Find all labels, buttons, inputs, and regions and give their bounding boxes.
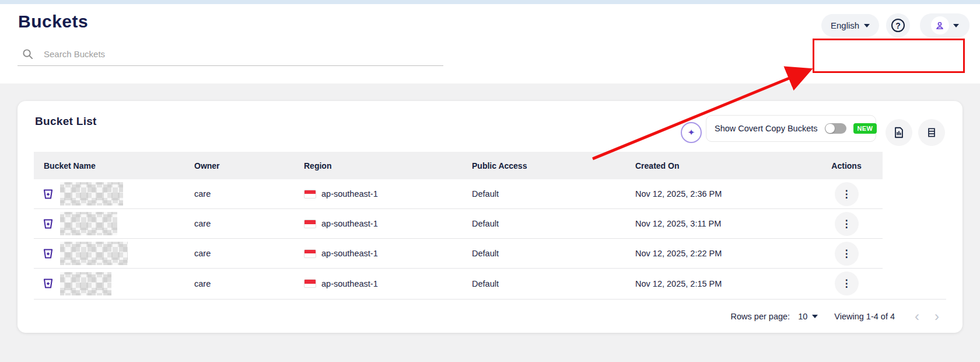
table-row[interactable]: care ap-southeast-1 Default Nov 12, 2025… [34,239,883,269]
covert-copy-toggle[interactable] [825,123,846,134]
card-title: Bucket List [35,115,97,128]
viewing-range-text: Viewing 1-4 of 4 [834,312,895,321]
table-row[interactable]: care ap-southeast-1 Default Nov 12, 2025… [34,179,883,209]
rows-per-page: Rows per page: 10 [731,312,818,321]
row-actions-menu-button[interactable]: ⋮ [835,212,859,236]
row-actions-menu-button[interactable]: ⋮ [835,242,859,266]
search-input[interactable] [44,49,443,59]
covert-copy-toggle-group: Show Covert Copy Buckets NEW [706,115,876,142]
list-view-icon [926,127,937,138]
report-document-icon [892,126,905,139]
toggle-knob [825,124,835,133]
export-report-button[interactable] [886,119,912,146]
region-label: ap-southeast-1 [321,219,378,228]
owner-cell: care [194,189,304,199]
created-on-cell: Nov 12, 2025, 2:15 PM [635,279,810,288]
singapore-flag-icon [304,279,316,288]
ai-sparkle-icon[interactable]: ✦ [681,122,702,143]
redacted-bucket-name [60,212,117,235]
col-public-access: Public Access [472,161,635,170]
help-button[interactable]: ? [886,13,910,37]
col-bucket-name: Bucket Name [34,161,194,170]
language-label: English [831,20,859,30]
region-cell: ap-southeast-1 [304,219,472,228]
account-menu[interactable] [920,13,970,37]
created-on-cell: Nov 12, 2025, 2:22 PM [635,249,810,258]
rows-per-page-value: 10 [798,312,807,321]
bucket-name-cell [34,242,194,265]
bucket-name-cell [34,182,194,206]
bucket-icon [42,248,54,260]
owner-cell: care [194,249,304,258]
page-title: Buckets [18,12,88,32]
col-actions: Actions [810,161,883,170]
new-badge: NEW [853,123,877,134]
browser-top-strip [0,0,980,4]
singapore-flag-icon [304,190,316,199]
region-cell: ap-southeast-1 [304,189,472,199]
bucket-icon [42,277,54,290]
chevron-down-icon [812,315,818,318]
bucket-name-cell [34,272,194,295]
public-access-cell: Default [472,279,635,288]
pager: ‹ › [915,309,939,323]
previous-page-button[interactable]: ‹ [915,309,919,323]
public-access-cell: Default [472,189,635,199]
region-label: ap-southeast-1 [321,189,378,199]
col-created-on: Created On [635,161,810,170]
bucket-table: Bucket Name Owner Region Public Access C… [34,152,883,298]
avatar [931,16,949,34]
table-pagination-footer: Rows per page: 10 Viewing 1-4 of 4 ‹ › [34,299,946,333]
bucket-list-card: Bucket List ✦ Show Covert Copy Buckets N… [18,101,963,333]
redacted-bucket-name [60,272,111,295]
table-row[interactable]: care ap-southeast-1 Default Nov 12, 2025… [34,209,883,239]
covert-toggle-label: Show Covert Copy Buckets [715,124,818,133]
redacted-bucket-name [60,182,123,206]
person-icon [935,20,945,31]
created-on-cell: Nov 12, 2025, 3:11 PM [635,219,810,228]
singapore-flag-icon [304,220,316,228]
created-on-cell: Nov 12, 2025, 2:36 PM [635,189,810,199]
col-owner: Owner [194,161,304,170]
help-icon: ? [891,19,905,32]
region-cell: ap-southeast-1 [304,249,472,258]
row-actions-menu-button[interactable]: ⋮ [835,182,859,206]
search-icon [22,48,33,60]
public-access-cell: Default [472,219,635,228]
row-actions-menu-button[interactable]: ⋮ [835,272,859,295]
region-label: ap-southeast-1 [321,279,378,288]
col-region: Region [304,161,472,170]
chevron-down-icon [864,24,870,27]
region-label: ap-southeast-1 [321,249,378,258]
rows-per-page-label: Rows per page: [731,312,790,321]
bucket-icon [42,218,54,230]
next-page-button[interactable]: › [935,309,939,323]
page-header: Buckets English ? [0,4,980,83]
chevron-down-icon [953,24,959,27]
table-row[interactable]: care ap-southeast-1 Default Nov 12, 2025… [34,269,883,298]
owner-cell: care [194,219,304,228]
bucket-icon [42,188,54,200]
redacted-bucket-name [60,242,128,265]
table-header-row: Bucket Name Owner Region Public Access C… [34,152,883,179]
singapore-flag-icon [304,249,316,258]
region-cell: ap-southeast-1 [304,279,472,288]
bucket-name-cell [34,212,194,235]
owner-cell: care [194,279,304,288]
list-view-button[interactable] [918,119,945,146]
public-access-cell: Default [472,249,635,258]
rows-per-page-select[interactable]: 10 [798,312,818,321]
language-selector[interactable]: English [821,14,879,37]
search-bucket-field[interactable] [18,43,443,66]
